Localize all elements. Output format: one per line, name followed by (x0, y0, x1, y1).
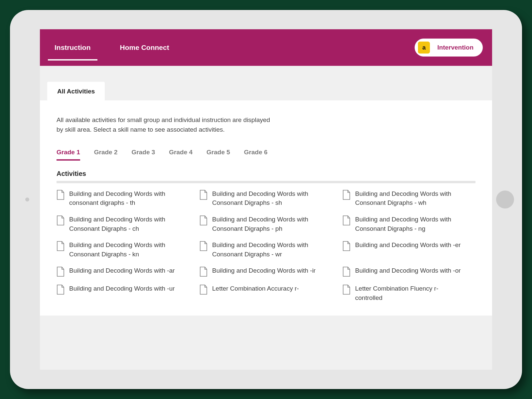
activity-label: Building and Decoding Words with -or (355, 266, 461, 275)
activity-item[interactable]: Building and Decoding Words with -ar (57, 266, 190, 277)
activity-item[interactable]: Building and Decoding Words with Consona… (342, 215, 475, 233)
document-icon (57, 190, 65, 200)
document-icon (342, 267, 350, 277)
activity-label: Building and Decoding Words with -er (355, 240, 461, 250)
intervention-pill[interactable]: a Intervention (415, 39, 483, 57)
activity-item[interactable]: Building and Decoding Words with -er (342, 240, 475, 259)
nav-tab-instruction[interactable]: Instruction (40, 29, 105, 66)
document-icon (57, 285, 65, 295)
grade-tab-grade-3[interactable]: Grade 3 (132, 149, 155, 161)
document-icon (342, 285, 350, 295)
nav-tabs: InstructionHome Connect (40, 29, 184, 66)
grade-tab-grade-5[interactable]: Grade 5 (206, 149, 230, 161)
activity-item[interactable]: Building and Decoding Words with consona… (57, 189, 190, 207)
tab-all-activities[interactable]: All Activities (47, 82, 105, 100)
activity-label: Building and Decoding Words with Consona… (355, 215, 462, 233)
document-icon (200, 190, 207, 200)
activity-grid: Building and Decoding Words with consona… (57, 189, 475, 302)
intervention-badge-icon: a (418, 42, 430, 54)
activity-label: Building and Decoding Words with Consona… (355, 189, 462, 207)
document-icon (342, 190, 350, 200)
divider (57, 181, 475, 183)
document-icon (57, 215, 65, 225)
tablet-frame: InstructionHome Connect a Intervention A… (10, 10, 522, 389)
activity-item[interactable]: Building and Decoding Words with Consona… (200, 215, 332, 233)
activity-label: Letter Combination Fluency r-controlled (355, 284, 462, 302)
activity-item[interactable]: Building and Decoding Words with Consona… (57, 215, 190, 233)
activity-item[interactable]: Building and Decoding Words with Consona… (342, 189, 475, 207)
activity-item[interactable]: Building and Decoding Words with -ur (57, 284, 190, 302)
document-icon (200, 241, 207, 251)
document-icon (200, 267, 207, 277)
grade-tabs: Grade 1Grade 2Grade 3Grade 4Grade 5Grade… (57, 149, 475, 161)
document-icon (57, 241, 65, 251)
activity-item[interactable]: Building and Decoding Words with -or (342, 266, 475, 277)
nav-tab-home-connect[interactable]: Home Connect (105, 29, 184, 66)
grade-tab-grade-1[interactable]: Grade 1 (57, 149, 80, 161)
activity-item[interactable]: Building and Decoding Words with -ir (200, 266, 332, 277)
intervention-label: Intervention (437, 44, 473, 51)
document-icon (57, 267, 65, 277)
activity-label: Building and Decoding Words with -ar (69, 266, 175, 275)
activity-item[interactable]: Building and Decoding Words with Consona… (200, 240, 332, 259)
document-icon (342, 215, 350, 225)
activity-label: Building and Decoding Words with Consona… (212, 215, 319, 233)
activity-label: Building and Decoding Words with -ir (212, 266, 316, 275)
activity-label: Building and Decoding Words with Consona… (212, 189, 319, 207)
activity-item[interactable]: Letter Combination Accuracy r- (200, 284, 332, 302)
activity-label: Building and Decoding Words with Consona… (69, 240, 176, 259)
activity-item[interactable]: Building and Decoding Words with Consona… (57, 240, 190, 259)
home-button[interactable] (496, 191, 514, 208)
document-icon (342, 241, 350, 251)
grade-tab-grade-2[interactable]: Grade 2 (94, 149, 118, 161)
grade-tab-grade-4[interactable]: Grade 4 (169, 149, 193, 161)
document-icon (200, 215, 207, 225)
activity-label: Building and Decoding Words with Consona… (69, 215, 176, 233)
grade-tab-grade-6[interactable]: Grade 6 (244, 149, 268, 161)
section-title: Activities (57, 170, 475, 178)
activity-item[interactable]: Letter Combination Fluency r-controlled (342, 284, 475, 302)
activity-label: Letter Combination Accuracy r- (212, 284, 299, 293)
activity-label: Building and Decoding Words with Consona… (212, 240, 319, 259)
top-nav: InstructionHome Connect a Intervention (40, 29, 492, 66)
content-panel: All available activities for small group… (40, 100, 492, 316)
document-icon (200, 285, 207, 295)
activity-label: Building and Decoding Words with -ur (69, 284, 175, 293)
subtab-row: All Activities (40, 66, 492, 100)
activity-item[interactable]: Building and Decoding Words with Consona… (200, 189, 332, 207)
intro-text: All available activities for small group… (57, 115, 276, 135)
activity-label: Building and Decoding Words with consona… (69, 189, 176, 207)
screen: InstructionHome Connect a Intervention A… (40, 29, 492, 370)
camera-dot (25, 198, 29, 201)
